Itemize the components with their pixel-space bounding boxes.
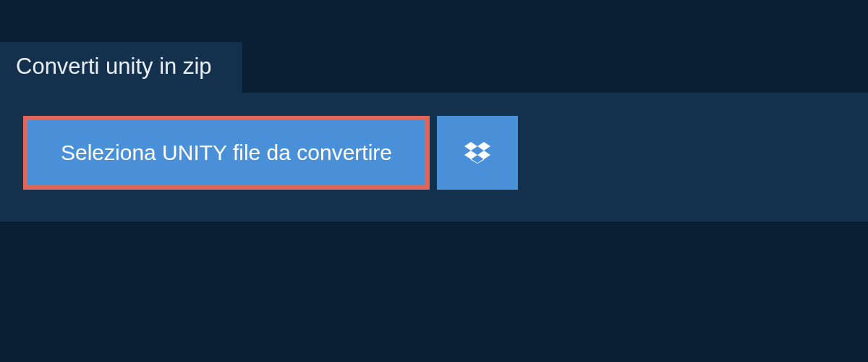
- tab-convert-unity-zip[interactable]: Converti unity in zip: [0, 42, 242, 93]
- dropbox-button[interactable]: [437, 116, 518, 190]
- tab-label: Converti unity in zip: [16, 54, 212, 79]
- button-row: Seleziona UNITY file da convertire: [23, 116, 845, 190]
- select-file-button[interactable]: Seleziona UNITY file da convertire: [27, 120, 425, 185]
- select-file-label: Seleziona UNITY file da convertire: [61, 140, 392, 164]
- dropbox-icon: [464, 140, 490, 166]
- content-panel: Seleziona UNITY file da convertire: [0, 93, 868, 222]
- tab-bar: Converti unity in zip: [0, 42, 242, 93]
- select-file-highlight-frame: Seleziona UNITY file da convertire: [23, 116, 430, 190]
